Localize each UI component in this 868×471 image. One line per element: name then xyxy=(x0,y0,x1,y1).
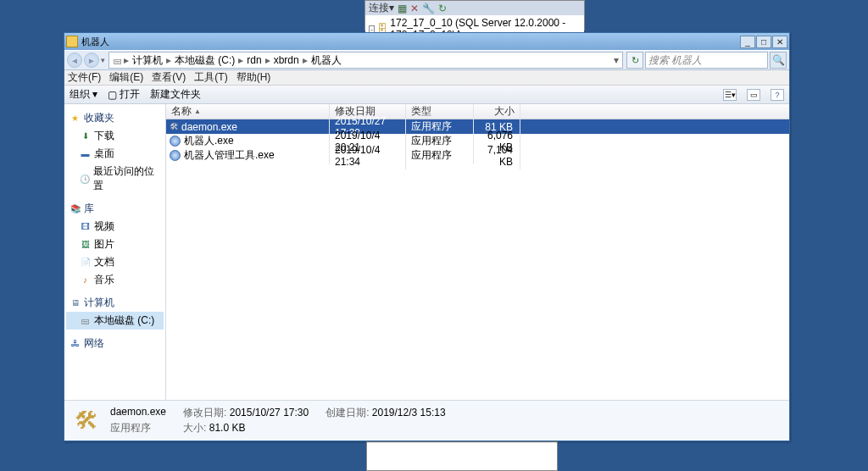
computer-icon: 🖥 xyxy=(70,298,81,308)
help-button[interactable]: ? xyxy=(771,89,784,101)
desktop-icon: ▬ xyxy=(80,149,91,159)
column-size[interactable]: 大小 xyxy=(474,104,520,119)
file-rows: 🛠daemon.exe 2015/10/27 17:30 应用程序 81 KB … xyxy=(166,119,789,400)
app-icon xyxy=(170,150,181,161)
explorer-window: 机器人 _ □ ✕ ◄ ► ▾ 🖴 ▸ 计算机▸ 本地磁盘 (C:)▸ rdn▸… xyxy=(64,32,790,441)
menu-view[interactable]: 查看(V) xyxy=(152,70,186,85)
music-icon: ♪ xyxy=(80,275,91,285)
history-dropdown-icon[interactable]: ▾ xyxy=(101,56,105,64)
sidebar-item-videos[interactable]: 🎞视频 xyxy=(66,218,164,236)
sidebar-item-recent[interactable]: 🕓最近访问的位置 xyxy=(66,163,164,195)
menu-file[interactable]: 文件(F) xyxy=(68,70,101,85)
file-row[interactable]: 机器人管理工具.exe 2019/10/4 21:34 应用程序 7,104 K… xyxy=(166,148,789,163)
breadcrumb-seg[interactable]: 机器人 xyxy=(309,53,344,68)
open-button[interactable]: ▢打开 xyxy=(108,87,140,102)
sidebar-libraries[interactable]: 📚库 xyxy=(66,200,164,218)
ssms-connect-label: 连接▾ xyxy=(369,1,394,15)
sidebar-computer[interactable]: 🖥计算机 xyxy=(66,294,164,312)
details-createdate: 2019/12/3 15:13 xyxy=(372,407,446,418)
titlebar[interactable]: 机器人 _ □ ✕ xyxy=(64,33,789,50)
search-input[interactable]: 搜索 机器人 xyxy=(645,52,768,69)
breadcrumb-seg[interactable]: rdn xyxy=(244,54,264,66)
star-icon: ★ xyxy=(70,114,81,124)
background-window-bottom xyxy=(366,441,558,471)
drive-icon: 🖴 xyxy=(112,55,123,65)
file-list: 名称 ▲ 修改日期 类型 大小 🛠daemon.exe 2015/10/27 1… xyxy=(166,104,789,400)
search-icon[interactable]: 🔍 xyxy=(770,52,787,69)
details-filename: daemon.exe xyxy=(110,406,166,420)
maximize-button[interactable]: □ xyxy=(756,36,771,48)
sidebar-favorites[interactable]: ★收藏夹 xyxy=(66,109,164,127)
preview-pane-button[interactable]: ▭ xyxy=(747,89,760,101)
details-moddate: 2015/10/27 17:30 xyxy=(230,407,309,418)
details-type: 应用程序 xyxy=(110,421,166,435)
download-icon: ⬇ xyxy=(80,131,91,141)
sidebar-item-music[interactable]: ♪音乐 xyxy=(66,271,164,289)
column-type[interactable]: 类型 xyxy=(406,104,474,119)
organize-button[interactable]: 组织 ▾ xyxy=(70,87,97,102)
sidebar-item-desktop[interactable]: ▬桌面 xyxy=(66,145,164,163)
refresh-button[interactable]: ↻ xyxy=(626,52,643,69)
details-createdate-label: 创建日期: xyxy=(326,407,369,418)
view-options-button[interactable]: ☰▾ xyxy=(723,89,737,101)
details-size-label: 大小: xyxy=(183,422,206,434)
drive-icon: 🖴 xyxy=(80,316,91,326)
breadcrumb[interactable]: 🖴 ▸ 计算机▸ 本地磁盘 (C:)▸ rdn▸ xbrdn▸ 机器人 ▾ xyxy=(108,52,623,69)
folder-icon xyxy=(66,36,78,47)
menu-tools[interactable]: 工具(T) xyxy=(194,70,227,85)
sidebar-item-drive-c[interactable]: 🖴本地磁盘 (C:) xyxy=(66,312,164,330)
back-button[interactable]: ◄ xyxy=(67,53,82,68)
network-icon: 🖧 xyxy=(70,339,81,349)
menu-bar: 文件(F) 编辑(E) 查看(V) 工具(T) 帮助(H) xyxy=(64,70,789,86)
navigation-pane: ★收藏夹 ⬇下载 ▬桌面 🕓最近访问的位置 📚库 🎞视频 🖼图片 📄文档 ♪音乐… xyxy=(64,104,166,400)
minimize-button[interactable]: _ xyxy=(740,36,755,48)
sidebar-network[interactable]: 🖧网络 xyxy=(66,335,164,352)
video-icon: 🎞 xyxy=(80,222,91,232)
search-placeholder: 搜索 机器人 xyxy=(648,53,702,68)
column-name[interactable]: 名称 ▲ xyxy=(166,104,330,119)
column-headers: 名称 ▲ 修改日期 类型 大小 xyxy=(166,104,789,119)
close-button[interactable]: ✕ xyxy=(772,36,787,48)
file-large-icon: 🛠 xyxy=(71,406,102,436)
details-size: 81.0 KB xyxy=(209,422,246,434)
breadcrumb-seg[interactable]: 计算机 xyxy=(130,53,165,68)
command-bar: 组织 ▾ ▢打开 新建文件夹 ☰▾ ▭ ? xyxy=(64,86,789,104)
app-icon xyxy=(170,136,181,147)
sidebar-item-documents[interactable]: 📄文档 xyxy=(66,253,164,271)
details-moddate-label: 修改日期: xyxy=(183,407,226,418)
recent-icon: 🕓 xyxy=(80,174,90,184)
open-icon: ▢ xyxy=(108,89,117,101)
address-bar: ◄ ► ▾ 🖴 ▸ 计算机▸ 本地磁盘 (C:)▸ rdn▸ xbrdn▸ 机器… xyxy=(64,50,789,70)
app-icon: 🛠 xyxy=(170,122,178,131)
window-title: 机器人 xyxy=(81,36,740,48)
library-icon: 📚 xyxy=(70,204,81,214)
picture-icon: 🖼 xyxy=(80,240,91,250)
forward-button[interactable]: ► xyxy=(84,53,99,68)
menu-edit[interactable]: 编辑(E) xyxy=(109,70,143,85)
sidebar-item-downloads[interactable]: ⬇下载 xyxy=(66,127,164,145)
menu-help[interactable]: 帮助(H) xyxy=(236,70,271,85)
new-folder-button[interactable]: 新建文件夹 xyxy=(150,87,201,102)
background-ssms-window: 连接▾ ▦✕🔧↻ - 🗄 172_17_0_10 (SQL Server 12.… xyxy=(364,0,585,30)
details-pane: 🛠 daemon.exe 修改日期: 2015/10/27 17:30 创建日期… xyxy=(64,400,789,441)
sidebar-item-pictures[interactable]: 🖼图片 xyxy=(66,236,164,253)
breadcrumb-seg[interactable]: xbrdn xyxy=(271,54,302,66)
breadcrumb-seg[interactable]: 本地磁盘 (C:) xyxy=(172,53,237,68)
document-icon: 📄 xyxy=(80,258,91,268)
